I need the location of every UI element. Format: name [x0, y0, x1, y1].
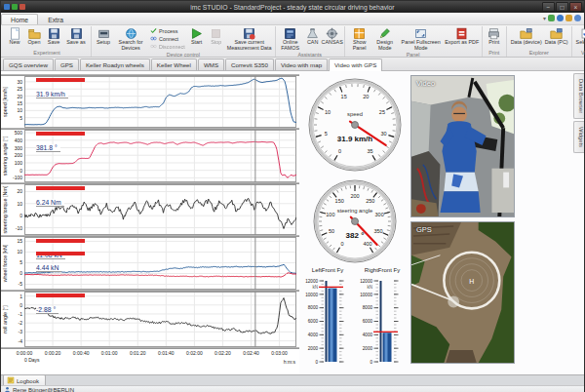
x-axis: 0:00:000:00:200:00:400:01:000:01:200:01:…	[1, 349, 299, 367]
page-tab-keller-roadyn-wheels[interactable]: Keller Roadyn wheels	[80, 59, 150, 70]
logbook-tab[interactable]: Logbook	[3, 374, 46, 385]
meter-groove	[380, 281, 382, 362]
start-label: Start	[191, 40, 202, 46]
online-famos-button[interactable]: Online FAMOS	[278, 26, 303, 52]
status-green-icon[interactable]	[548, 15, 555, 21]
show-panel-button[interactable]: Show Panel	[347, 26, 372, 52]
gauge-steering-angle[interactable]: 050100150200250300350400steering angle38…	[301, 176, 409, 266]
charts-column: speed [km/h]5101520253031.9 km/hsteering…	[1, 71, 299, 374]
data-pc-button[interactable]: Data (PC)	[544, 26, 569, 46]
design-mode-label: Design Mode	[372, 40, 398, 52]
side-tab-data-browser[interactable]: Data Browser	[573, 73, 584, 119]
cansas-button[interactable]: CANSAS	[323, 26, 342, 46]
page-tab-wms[interactable]: WMS	[198, 59, 224, 70]
process-label: Process	[159, 28, 177, 34]
x-tick-label: 0:02:20	[209, 350, 236, 356]
connect-button[interactable]: Connect	[150, 35, 185, 42]
gauge-speed[interactable]: 05101520253035speed31.9 km/h	[301, 75, 409, 175]
info-icon[interactable]	[557, 15, 564, 21]
save-current-measurement-data-button[interactable]: Save current Measurement Data	[226, 26, 273, 52]
ribbon-group-explorer: Data (device)Data (PC)Explorer	[507, 26, 572, 57]
disconnect-button[interactable]: Disconnect	[150, 43, 185, 50]
connect-icon	[150, 35, 157, 42]
y-tick-label: -4	[9, 338, 22, 344]
close-button[interactable]: ×	[569, 2, 582, 12]
process-button[interactable]: Process	[150, 27, 185, 34]
design-mode-button[interactable]: Design Mode	[372, 26, 398, 52]
y-tick-label: 1	[9, 294, 22, 299]
y-tick-label: 15	[9, 100, 22, 106]
notification-icon[interactable]	[566, 15, 572, 21]
print-button[interactable]: Print	[485, 26, 504, 46]
globe-icon[interactable]	[574, 15, 581, 21]
gauges-column: 05101520253035speed31.9 km/h050100150200…	[299, 71, 410, 374]
chart-wheel-force: wheel force [kN]-505101511.08 kN4.44 kN	[1, 237, 299, 290]
svg-text:300: 300	[375, 212, 384, 217]
x-axis-days-label: 0 Days	[24, 357, 40, 363]
panel-page-tabs: GQS overviewGPSKeller Roadyn wheelsKelle…	[1, 58, 584, 71]
user-row: Rene Bünger@BERLIN	[1, 385, 584, 392]
page-tab-video-with-gps[interactable]: Video with GPS	[329, 59, 382, 71]
video-panel[interactable]: Video	[410, 75, 515, 217]
value-text: 381.8 °	[36, 144, 60, 152]
chart-steering-torque: steering torque [Nm]-10010206.24 Nm	[1, 184, 299, 235]
x-tick-label: 0:03:00	[266, 350, 293, 356]
y-tick-label: -3	[9, 329, 22, 334]
tab-extra[interactable]: Extra	[38, 14, 73, 24]
y-tick-label: 20	[9, 94, 22, 99]
selection-label: Selection	[576, 40, 585, 46]
svg-text:30: 30	[381, 131, 387, 137]
svg-text:0: 0	[340, 241, 343, 247]
value-display-steering-angle-0: 381.8 °	[36, 132, 85, 154]
ribbon-group-print: PrintPrint	[483, 26, 507, 57]
side-tab-widgets[interactable]: Widgets	[573, 121, 584, 153]
minimize-button[interactable]: −	[542, 2, 555, 12]
meter-rightfront-fy[interactable]: 020004000600080001000012000kN	[358, 276, 409, 367]
open-button[interactable]: Open	[24, 26, 44, 46]
chart-steering-angle: steering angle [°]-100010020030040050038…	[1, 130, 299, 182]
svg-text:6000: 6000	[308, 319, 319, 324]
save-as-button[interactable]: Save as	[63, 26, 89, 46]
page-tab-gps[interactable]: GPS	[55, 59, 79, 70]
can-button[interactable]: CAN	[303, 26, 323, 46]
meter-title-leftfront-fy: LeftFront Fy	[301, 267, 354, 273]
svg-text:400: 400	[363, 241, 371, 247]
svg-text:0: 0	[370, 360, 372, 365]
value-text: 4.44 kN	[36, 264, 61, 272]
tab-home[interactable]: Home	[1, 14, 38, 24]
x-tick-label: 0:02:40	[238, 350, 265, 356]
panel-fullscreen-mode-button[interactable]: Panel Fullscreen Mode	[398, 26, 445, 52]
data-device-button[interactable]: Data (device)	[509, 26, 544, 46]
search-for-devices-button[interactable]: Search for Devices	[113, 26, 148, 52]
value-marker-bar	[36, 294, 85, 297]
page-tab-correvit-s350[interactable]: Correvit S350	[225, 59, 274, 70]
page-tab-keller-wheel[interactable]: Keller Wheel	[151, 59, 197, 70]
start-button[interactable]: Start	[187, 26, 207, 46]
restore-button[interactable]: □	[556, 2, 568, 12]
page-tab-gqs-overview[interactable]: GQS overview	[3, 59, 54, 70]
setup-button[interactable]: Setup	[94, 26, 113, 46]
svg-text:8000: 8000	[363, 305, 373, 310]
svg-text:12000: 12000	[305, 279, 318, 284]
ribbon-group-panel: Show PanelDesign ModePanel Fullscreen Mo…	[345, 26, 483, 57]
save-button[interactable]: Save	[44, 26, 63, 46]
page-tab-video-with-map[interactable]: Video with map	[275, 59, 328, 70]
quick-start-icon[interactable]	[12, 4, 18, 10]
ribbon-stack: ProcessConnectDisconnect	[148, 26, 187, 51]
svg-text:2000: 2000	[363, 346, 373, 351]
export-as-pdf-button[interactable]: Export as PDF	[445, 26, 480, 46]
gauge-value: 31.9 km/h	[337, 135, 373, 143]
y-tick-label: 30	[9, 79, 22, 85]
app-logo-icon[interactable]	[4, 4, 10, 10]
user-icon	[4, 386, 11, 392]
meter-leftfront-fy[interactable]: 020004000600080001000012000kN	[303, 276, 354, 367]
gps-map-image: H	[411, 222, 514, 363]
value-marker-bar	[36, 186, 85, 190]
quick-stop-icon[interactable]	[20, 4, 25, 10]
new-button[interactable]: New	[5, 26, 24, 46]
stop-button[interactable]: Stop	[207, 26, 226, 46]
titlebar-utility-icons: ▾	[543, 15, 581, 21]
selection-button[interactable]: Selection	[574, 26, 585, 46]
dropdown-caret-icon[interactable]: ▾	[543, 15, 546, 21]
gps-map-panel[interactable]: GPS H	[410, 221, 515, 364]
